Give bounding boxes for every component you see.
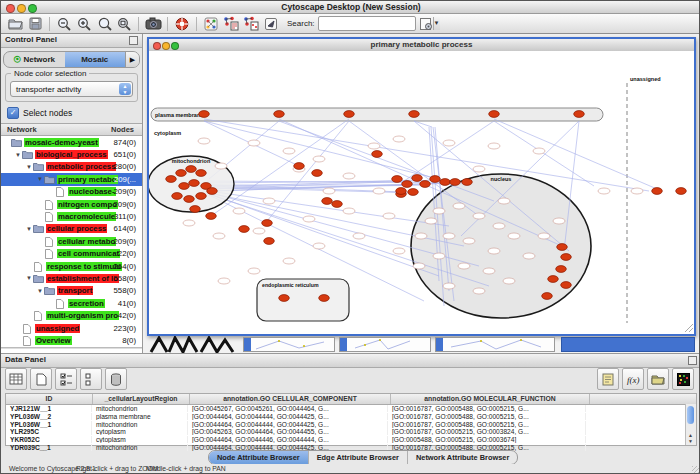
tree-row[interactable]: nitrogen compo209(0)	[1, 198, 142, 210]
network-node[interactable]	[415, 233, 427, 239]
network-node[interactable]	[561, 254, 572, 261]
tab-network-attribute-browser[interactable]: Network Attribute Browser	[408, 451, 517, 464]
select-nodes-checkbox[interactable]: ✓	[7, 107, 19, 119]
network-node[interactable]	[322, 198, 333, 205]
tab-edge-attribute-browser[interactable]: Edge Attribute Browser	[309, 451, 408, 464]
network-node[interactable]	[462, 179, 473, 186]
background-window-titlebar[interactable]	[561, 337, 695, 352]
tree-row[interactable]: ▼primary metabo209(...	[1, 173, 142, 185]
network-node[interactable]	[343, 173, 355, 179]
scrollbar-arrows-icon[interactable]: ▲▼	[686, 432, 695, 444]
network-node[interactable]	[179, 183, 190, 190]
disclosure-triangle-icon[interactable]: ▼	[25, 226, 33, 232]
network-node[interactable]	[483, 268, 495, 274]
network-node[interactable]	[433, 253, 445, 259]
column-header[interactable]: _cellularLayoutRegion	[93, 394, 190, 404]
network-node[interactable]	[248, 268, 260, 274]
network-node[interactable]	[218, 278, 230, 284]
table-grid-icon[interactable]	[5, 368, 27, 390]
network-node[interactable]	[264, 238, 275, 245]
network-node[interactable]	[344, 111, 355, 118]
network-node[interactable]	[262, 220, 273, 227]
network-node[interactable]	[561, 282, 572, 289]
search-field[interactable]	[319, 17, 433, 30]
network-node[interactable]	[463, 238, 475, 244]
network-node[interactable]	[196, 170, 207, 177]
network-node[interactable]	[574, 111, 585, 118]
unselect-attributes-icon[interactable]	[80, 368, 102, 390]
window-titlebar[interactable]: Cytoscape Desktop (New Session)	[1, 1, 700, 14]
network-node[interactable]	[548, 276, 559, 283]
network-node[interactable]	[425, 218, 437, 224]
network-node[interactable]	[503, 278, 515, 284]
membrane-region[interactable]	[151, 108, 603, 121]
network-node[interactable]	[172, 193, 183, 200]
disclosure-triangle-icon[interactable]: ▼	[25, 164, 33, 170]
tree-row[interactable]: mosaic-demo-yeast874(0)	[1, 136, 142, 148]
tree-row[interactable]: multi-organism pro42(0)	[1, 309, 142, 321]
column-header[interactable]: annotation.GO MOLECULAR_FUNCTION	[391, 394, 590, 404]
table-row[interactable]: YPL036W__1mitochondrion[GO:0044464, GO:0…	[6, 420, 696, 428]
network-node[interactable]	[207, 188, 218, 195]
network-node[interactable]	[263, 198, 275, 204]
network-node[interactable]	[450, 179, 461, 186]
network-node[interactable]	[443, 283, 455, 289]
network-node[interactable]	[283, 258, 295, 264]
network-node[interactable]	[332, 201, 343, 208]
background-network-thumbnail[interactable]	[435, 337, 555, 352]
tree-row[interactable]: cellular metabo209(0)	[1, 235, 142, 247]
network-node[interactable]	[408, 189, 419, 196]
network-node[interactable]	[453, 203, 465, 209]
tree-row[interactable]: cell communicat22(0)	[1, 248, 142, 260]
network-node[interactable]	[206, 213, 217, 220]
matrix-icon[interactable]	[672, 368, 694, 390]
delete-attribute-icon[interactable]	[105, 368, 127, 390]
tree-row[interactable]: Overview8(0)	[1, 334, 142, 346]
notes-icon[interactable]	[597, 368, 619, 390]
network-node[interactable]	[279, 295, 290, 302]
network-node[interactable]	[430, 176, 441, 183]
table-row[interactable]: YJR121W__1mitochondrion[GO:0045267, GO:0…	[6, 405, 696, 413]
disclosure-triangle-icon[interactable]: ▼	[36, 176, 44, 182]
import-folder-icon[interactable]	[647, 368, 669, 390]
open-file-icon[interactable]	[6, 16, 24, 32]
network-node[interactable]	[190, 206, 201, 213]
network-node[interactable]	[498, 198, 510, 204]
tree-row[interactable]: ▼cellular process614(0)	[1, 223, 142, 235]
network-node[interactable]	[598, 188, 610, 194]
tree-row[interactable]: ▼biological_process651(0)	[1, 148, 142, 160]
tree-row[interactable]: nucleobase-209(0)	[1, 186, 142, 198]
function-builder-icon[interactable]: f(x)	[622, 368, 644, 390]
minimized-window-glyphs[interactable]	[149, 336, 244, 353]
network-node[interactable]	[353, 233, 365, 239]
network-node[interactable]	[233, 208, 245, 214]
zoom-in-icon[interactable]	[75, 16, 93, 32]
network-edge[interactable]	[209, 191, 449, 226]
network-node[interactable]	[215, 163, 227, 169]
search-input[interactable]: ▼	[318, 16, 416, 31]
network-edge[interactable]	[204, 121, 447, 181]
network-node[interactable]	[373, 188, 385, 194]
network-node[interactable]	[248, 140, 260, 146]
network-node[interactable]	[184, 196, 195, 203]
network-node[interactable]	[538, 233, 550, 239]
tree-row[interactable]: secretion41(0)	[1, 297, 142, 309]
network-node[interactable]	[443, 233, 455, 239]
network-node[interactable]	[294, 163, 305, 170]
tree-row[interactable]: response to stimulu264(0)	[1, 260, 142, 272]
network-node[interactable]	[372, 151, 383, 158]
network-node[interactable]	[274, 111, 285, 118]
network-node[interactable]	[676, 188, 687, 195]
network-edge[interactable]	[414, 121, 432, 127]
column-header[interactable]: ID	[6, 394, 93, 404]
network-node[interactable]	[186, 166, 197, 173]
zoom-selected-icon[interactable]	[95, 16, 113, 32]
network-node[interactable]	[556, 266, 567, 273]
tab-node-attribute-browser[interactable]: Node Attribute Browser	[209, 451, 309, 464]
network-node[interactable]	[313, 156, 325, 162]
network-node[interactable]	[313, 243, 325, 249]
network-node[interactable]	[283, 148, 295, 154]
network-overview-icon[interactable]	[202, 16, 220, 32]
tab-network[interactable]: ⦿Network	[4, 52, 65, 67]
resize-grip[interactable]	[692, 466, 700, 474]
